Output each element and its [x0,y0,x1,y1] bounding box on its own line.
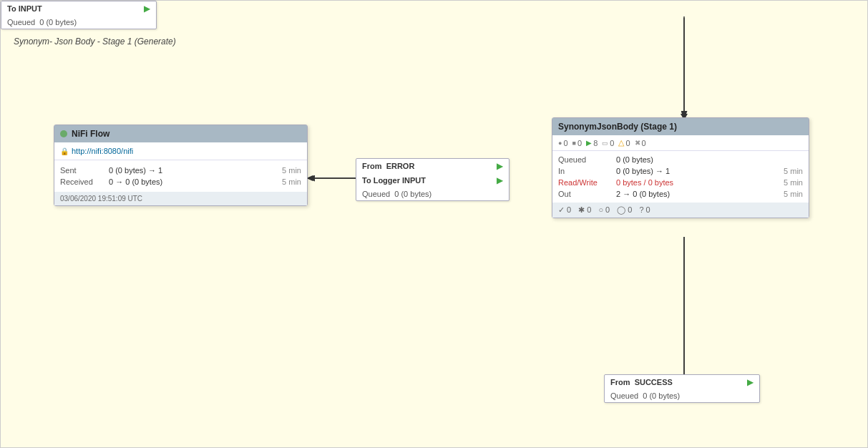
nifi-flow-url[interactable]: 🔒 http://nifi:8080/nifi [54,142,307,160]
proc-footer-question: ? 0 [639,205,650,215]
proc-footer-check: ✓ 0 [558,205,571,215]
conn-to-logger-label: To Logger INPUT [362,176,426,185]
proc-icon-stop1: ● 0 [558,139,568,147]
processor-card[interactable]: SynonymJsonBody (Stage 1) ● 0 ■ 0 ▶ 8 ▭ … [552,117,809,218]
received-value: 0 → 0 (0 bytes) [103,177,282,186]
nifi-flow-header: NiFi Flow [54,125,307,142]
proc-icon-err: ✖ 0 [635,139,646,147]
proc-icon-box: ▭ 0 [602,139,614,147]
sent-label: Sent [60,166,103,175]
proc-icon-warn: △ 0 [618,138,630,147]
proc-stat-in: In 0 (0 bytes) → 1 5 min [558,165,803,177]
proc-rw-time: 5 min [784,178,803,187]
conn-to-input-queued: Queued 0 (0 bytes) [1,16,156,29]
proc-stat-rw: Read/Write 0 bytes / 0 bytes 5 min [558,177,803,188]
proc-in-time: 5 min [784,167,803,175]
proc-stat-queued: Queued 0 (0 bytes) [558,154,803,165]
proc-stat-out: Out 2 → 0 (0 bytes) 5 min [558,188,803,200]
conn-to-logger-arrow: ▶ [497,175,503,185]
received-label: Received [60,177,103,186]
conn-from-success-label: From SUCCESS [610,378,673,386]
proc-out-time: 5 min [784,190,803,198]
proc-in-value: 0 (0 bytes) → 1 [612,167,784,175]
sent-time: 5 min [282,166,301,175]
received-time: 5 min [282,177,301,186]
proc-footer-circle1: ○ 0 [598,205,610,215]
processor-icons: ● 0 ■ 0 ▶ 8 ▭ 0 △ 0 ✖ 0 [552,135,809,151]
nifi-flow-timestamp: 03/06/2020 19:51:09 UTC [60,195,142,203]
connection-middle[interactable]: From ERROR ▶ To Logger INPUT ▶ Queued 0 … [356,158,509,201]
proc-icon-stop2: ■ 0 [572,139,582,147]
stat-row-sent: Sent 0 (0 bytes) → 1 5 min [60,165,301,176]
lock-icon: 🔒 [60,147,69,155]
processor-header: SynonymJsonBody (Stage 1) [552,118,809,135]
conn-middle-row2: To Logger INPUT ▶ [356,173,509,188]
conn-success-queued: Queued 0 (0 bytes) [605,389,759,402]
proc-rw-label: Read/Write [558,178,612,187]
proc-queued-value: 0 (0 bytes) [612,155,803,164]
conn-to-input-arrow: ▶ [144,4,150,14]
proc-footer-asterisk: ✱ 0 [578,205,591,215]
nifi-flow-footer: 03/06/2020 19:51:09 UTC [54,192,307,205]
nifi-flow-url-text: http://nifi:8080/nifi [72,147,133,155]
connection-to-input[interactable]: To INPUT ▶ Queued 0 (0 bytes) [1,1,157,29]
conn-to-input-label: To INPUT [7,4,42,13]
processor-stats: Queued 0 (0 bytes) In 0 (0 bytes) → 1 5 … [552,151,809,203]
conn-middle-row1: From ERROR ▶ [356,159,509,173]
proc-footer-circle2: ◯ 0 [617,205,632,215]
proc-out-value: 2 → 0 (0 bytes) [612,190,784,198]
proc-in-label: In [558,167,612,175]
conn-from-error-label: From ERROR [362,162,414,170]
conn-middle-queued: Queued 0 (0 bytes) [356,188,509,200]
conn-from-error-arrow: ▶ [497,161,503,171]
proc-rw-value: 0 bytes / 0 bytes [612,178,784,187]
nifi-flow-status-dot [60,130,67,137]
conn-from-success-arrow: ▶ [747,377,754,387]
proc-out-label: Out [558,190,612,198]
processor-footer: ✓ 0 ✱ 0 ○ 0 ◯ 0 ? 0 [552,203,809,218]
conn-success-row: From SUCCESS ▶ [605,375,759,389]
connection-from-success[interactable]: From SUCCESS ▶ Queued 0 (0 bytes) [604,374,760,403]
sent-value: 0 (0 bytes) → 1 [103,166,282,175]
proc-queued-label: Queued [558,155,612,164]
nifi-flow-stats: Sent 0 (0 bytes) → 1 5 min Received 0 → … [54,160,307,192]
stage-label-text: Synonym- Json Body - Stage 1 (Generate) [14,36,176,47]
nifi-flow-card[interactable]: NiFi Flow 🔒 http://nifi:8080/nifi Sent 0… [54,125,308,206]
stat-row-received: Received 0 → 0 (0 bytes) 5 min [60,176,301,188]
stage-label: Synonym- Json Body - Stage 1 (Generate) [14,36,176,47]
nifi-flow-title: NiFi Flow [72,129,109,139]
proc-icon-play: ▶ 8 [586,139,598,147]
canvas: Synonym- Json Body - Stage 1 (Generate) [0,0,868,448]
conn-to-input-row: To INPUT ▶ [1,1,156,16]
processor-title: SynonymJsonBody (Stage 1) [558,122,677,132]
svg-marker-9 [307,175,313,181]
